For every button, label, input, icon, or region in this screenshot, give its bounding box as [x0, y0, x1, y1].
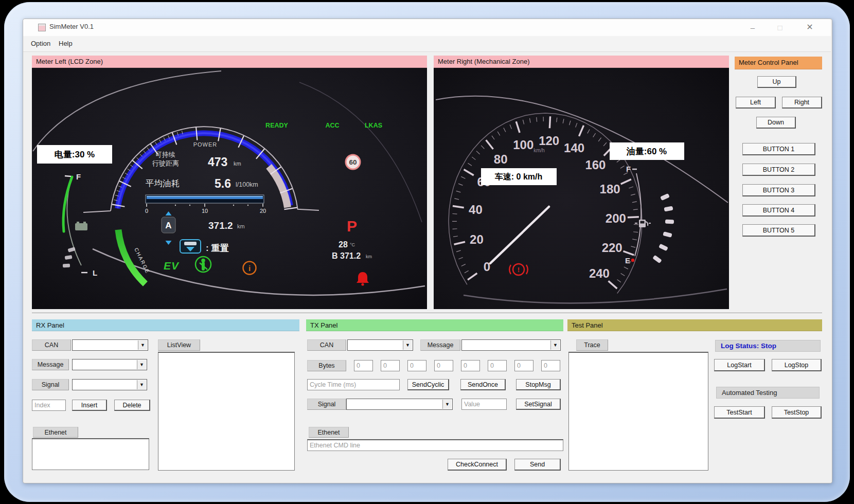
test-panel-header: Test Panel [567, 319, 822, 331]
ev-indicator: EV [164, 260, 180, 272]
log-status: Log Status: Stop [715, 340, 821, 352]
tx-byte-6[interactable] [514, 360, 533, 371]
check-connect-button[interactable]: CheckConnect [448, 459, 507, 471]
fuel-percent-label: 油量:60 % [610, 142, 684, 160]
window-title: SimMeter V0.1 [49, 23, 94, 30]
minimize-button[interactable]: – [743, 21, 762, 33]
chevron-down-icon[interactable]: ▼ [138, 340, 147, 350]
svg-text:i: i [248, 264, 251, 273]
rx-listview-label: ListView [158, 339, 200, 351]
rx-ethernet-box[interactable] [32, 438, 149, 470]
maximize-button[interactable]: □ [771, 21, 789, 33]
chevron-down-icon[interactable]: ▼ [550, 340, 560, 350]
trace-box[interactable] [568, 352, 708, 471]
test-start-button[interactable]: TestStart [714, 406, 765, 419]
set-signal-button[interactable]: SetSignal [516, 399, 561, 410]
button-4[interactable]: BUTTON 4 [742, 204, 815, 217]
svg-text:160: 160 [585, 158, 606, 172]
rx-message-combo[interactable]: ▼ [72, 359, 147, 370]
odometer-unit: km [237, 223, 245, 229]
tx-message-label: Message [420, 339, 460, 351]
send-button[interactable]: Send [514, 459, 561, 471]
title-bar [23, 19, 831, 36]
tx-byte-2[interactable] [407, 360, 426, 371]
ethernet-cmd-input[interactable] [307, 439, 563, 451]
delete-button[interactable]: Delete [114, 400, 150, 411]
rx-signal-label: Signal [32, 379, 69, 390]
tx-message-combo[interactable]: ▼ [461, 339, 561, 351]
rx-listview-box[interactable] [158, 352, 295, 471]
tx-can-label: CAN [307, 339, 346, 351]
tx-can-combo[interactable]: ▼ [347, 339, 413, 351]
battery-percent-label: 电量:30 % [37, 145, 112, 164]
down-button[interactable]: Down [756, 117, 796, 129]
up-button[interactable]: Up [757, 76, 796, 88]
button-3[interactable]: BUTTON 3 [742, 184, 815, 196]
gear-indicator: P [347, 218, 357, 235]
button-5[interactable]: BUTTON 5 [742, 224, 815, 237]
menu-help[interactable]: Help [59, 40, 73, 47]
cycle-time-input[interactable] [307, 379, 400, 390]
chevron-down-icon[interactable]: ▼ [137, 360, 146, 369]
tx-signal-combo[interactable]: ▼ [346, 399, 453, 410]
signal-value-input[interactable] [461, 399, 507, 410]
trip-value: B 371.2 [332, 251, 361, 260]
status-lkas: LKAS [365, 122, 382, 129]
menu-option[interactable]: Option [31, 40, 50, 47]
button-2[interactable]: BUTTON 2 [742, 164, 815, 176]
send-cyclic-button[interactable]: SendCyclic [407, 379, 449, 390]
range-unit: km [234, 160, 241, 167]
send-once-button[interactable]: SendOnce [460, 379, 506, 390]
insert-button[interactable]: Insert [72, 400, 107, 411]
test-stop-button[interactable]: TestStop [772, 406, 822, 419]
rx-can-label: CAN [32, 339, 71, 351]
tx-byte-3[interactable] [434, 360, 453, 371]
left-button[interactable]: Left [736, 97, 776, 109]
close-button[interactable]: ✕ [800, 21, 819, 33]
svg-text:电量:30 %: 电量:30 % [55, 150, 95, 159]
tx-byte-0[interactable] [354, 360, 373, 371]
avg-consumption-unit: l/100km [236, 181, 258, 188]
svg-text:60: 60 [349, 158, 357, 166]
rx-ethernet-label: Ethenet [33, 427, 78, 438]
rx-index-input[interactable] [32, 400, 66, 411]
svg-text:220: 220 [602, 241, 622, 255]
svg-text:0: 0 [484, 260, 490, 274]
automated-testing-label: Automated Testing [716, 387, 820, 399]
button-1[interactable]: BUTTON 1 [742, 143, 815, 155]
bar-tick-20: 20 [260, 208, 266, 214]
tx-byte-5[interactable] [488, 360, 507, 371]
chevron-down-icon[interactable]: ▼ [442, 400, 452, 409]
chevron-down-icon[interactable]: ▼ [403, 340, 412, 350]
svg-text:200: 200 [606, 211, 626, 225]
svg-text:车速: 0 km/h: 车速: 0 km/h [495, 172, 542, 181]
fuel-gauge-full: F [626, 165, 631, 173]
rx-panel-header: RX Panel [32, 319, 299, 331]
log-stop-button[interactable]: LogStop [772, 359, 822, 371]
range-caption-1: 可持续 [155, 151, 175, 158]
bar-tick-10: 10 [202, 208, 208, 214]
rx-signal-combo[interactable]: ▼ [72, 379, 147, 390]
tx-signal-label: Signal [307, 399, 346, 410]
svg-text:A: A [165, 221, 171, 230]
chevron-down-icon[interactable]: ▼ [137, 380, 146, 389]
meter-right-header: Meter Right (Mechanical Zone) [434, 56, 729, 68]
stop-msg-button[interactable]: StopMsg [516, 379, 561, 390]
tx-byte-1[interactable] [381, 360, 400, 371]
svg-text:120: 120 [539, 134, 559, 148]
rx-can-combo[interactable]: ▼ [72, 339, 148, 351]
menu-bar [23, 36, 831, 52]
odometer-value: 371.2 [208, 220, 233, 231]
app-icon [38, 24, 46, 31]
svg-text:!: ! [518, 266, 520, 274]
svg-text:100: 100 [513, 138, 533, 152]
trace-label: Trace [576, 339, 608, 351]
tx-byte-4[interactable] [461, 360, 480, 371]
status-acc: ACC [325, 122, 339, 129]
right-button[interactable]: Right [782, 97, 822, 109]
reset-label: : 重置 [206, 243, 228, 253]
tx-byte-7[interactable] [541, 360, 560, 371]
bar-tick-0: 0 [145, 208, 148, 214]
log-start-button[interactable]: LogStart [714, 359, 765, 371]
meter-control-header: Meter Control Panel [735, 57, 822, 69]
